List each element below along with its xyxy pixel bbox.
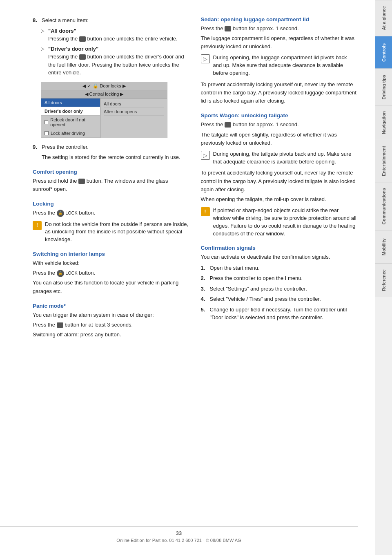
interior-lamps-text3: You can also use this function to locate… [33,279,189,295]
remote-icon-comfort [78,179,85,184]
conf-step-5: 5. Change to upper field if necessary. T… [201,306,357,322]
sidebar-tab-reference[interactable]: Reference [375,263,392,297]
sidebar-tab-entertainment[interactable]: Entertainment [375,140,392,182]
sidebar-tab-communications[interactable]: Communications [375,182,392,230]
door-option-lock-driving[interactable]: Lock after driving [41,129,100,138]
bullet-all-doors-text: Pressing the button once unlocks the ent… [48,36,178,42]
step-9-note: The setting is stored for the remote con… [42,153,189,161]
bullet-all-doors: ▷ "All doors" Pressing the button once u… [41,27,189,43]
conf-step-4: 4. Select "Vehicle / Tires" and press th… [201,295,357,303]
remote-icon-sports [225,122,231,128]
bullet-all-doors-content: "All doors" Pressing the button once unl… [48,27,178,43]
bullet-drivers-door-content: "Driver's door only" Pressing the button… [48,45,189,77]
sedan-note-text: During opening, the luggage compartment … [213,54,357,77]
door-locks-left-panel: All doors Driver's door only Relock door… [41,98,100,138]
sidebar-tab-at-a-glance[interactable]: At a glance [375,0,392,36]
lock-circle-icon2: 🔒 [57,270,64,277]
sedan-info-box: ▷ During opening, the luggage compartmen… [201,54,357,77]
step-8-number: 8. [33,16,42,25]
interior-lamps-text2: Press the 🔒 LOCK button. [33,269,189,277]
sports-wagon-note-text: During opening, the tailgate pivots back… [213,150,357,166]
door-locks-ui: ◀ ✓ 🔒 Door locks ▶ ◀ Central locking ▶ A… [41,82,167,138]
step-9-number: 9. [33,143,42,151]
door-option-driver-door[interactable]: Driver's door only [41,107,100,116]
sidebar: At a glance Controls Driving tips Naviga… [375,0,392,555]
page-number: 33 [0,530,358,536]
conf-step-1-num: 1. [201,264,210,272]
step-9: 9. Press the controller. [33,143,189,151]
bullet-drivers-door: ▷ "Driver's door only" Pressing the butt… [41,45,189,77]
bullet-drivers-door-label: "Driver's door only" [48,46,98,52]
panic-text1: You can trigger the alarm system in case… [33,311,189,319]
sports-wagon-warning-box: ! If pointed or sharp-edged objects coul… [201,207,357,237]
remote-icon-panic [57,322,63,328]
arrow-icon-1: ▷ [41,27,48,43]
panic-text3: Switching off alarm: press any button. [33,331,189,339]
conf-step-5-num: 5. [201,306,210,322]
door-option-all-doors[interactable]: All doors [41,98,100,107]
info-icon-sports-wagon: ▷ [201,151,210,160]
sports-wagon-heading: Sports Wagon: unlocking tailgate [201,112,357,119]
locking-warning-box: ! Do not lock the vehicle from the outsi… [33,221,189,244]
locking-text: Press the 🔒 LOCK button. [33,209,189,217]
door-locks-right-panel: All doors After door opens [100,98,167,138]
interior-lamps-text1: With vehicle locked: [33,259,189,267]
conf-step-4-num: 4. [201,295,210,303]
conf-step-5-text: Change to upper field if necessary. Turn… [210,306,357,322]
sedan-heading: Sedan: opening luggage compartment lid [201,16,357,22]
right-column: Sedan: opening luggage compartment lid P… [201,16,357,340]
page-footer: 33 Online Edition for Part no. 01 41 2 6… [0,526,358,543]
conf-step-3-num: 3. [201,285,210,293]
sedan-text1: Press the button for approx. 1 second. [201,25,357,33]
conf-step-2-num: 2. [201,274,210,282]
step-8-text: Select a menu item: [42,16,89,25]
conf-step-2: 2. Press the controller to open the i me… [201,274,357,282]
conf-step-3: 3. Select "Settings" and press the contr… [201,285,357,293]
step-8: 8. Select a menu item: [33,16,189,25]
locking-heading: Locking [33,201,189,207]
sidebar-tab-controls[interactable]: Controls [375,36,392,69]
sedan-text2: The luggage compartment lid opens, regar… [201,34,357,51]
conf-step-4-text: Select "Vehicle / Tires" and press the c… [210,295,321,303]
door-locks-subheader: ◀ Central locking ▶ [41,90,167,98]
sidebar-tab-mobility[interactable]: Mobility [375,231,392,263]
arrow-icon-2: ▷ [41,45,48,77]
copyright-text: Online Edition for Part no. 01 41 2 600 … [0,538,358,543]
door-option-relock[interactable]: Relock door if not opened [41,116,100,129]
bullet-drivers-door-text: Pressing the button once unlocks the dri… [48,54,184,76]
conf-step-1: 1. Open the start menu. [201,264,357,272]
sidebar-tab-navigation[interactable]: Navigation [375,105,392,140]
sports-wagon-text1: Press the button for approx. 1 second. [201,121,357,129]
checkbox-relock[interactable] [45,120,48,124]
step-9-text: Press the controller. [42,143,89,151]
remote-icon-driver [79,54,86,60]
conf-step-3-text: Select "Settings" and press the controll… [210,285,307,293]
sidebar-tab-driving-tips[interactable]: Driving tips [375,69,392,105]
sports-wagon-warning-text: If pointed or sharp-edged objects could … [213,207,357,237]
bullet-all-doors-label: "All doors" [48,28,76,34]
info-icon-sedan: ▷ [201,54,210,63]
sports-wagon-info-box: ▷ During opening, the tailgate pivots ba… [201,150,357,166]
comfort-opening-heading: Comfort opening [33,169,189,175]
remote-icon-all [79,36,86,42]
left-column: 8. Select a menu item: ▷ "All doors" Pre… [33,16,189,340]
sedan-text3: To prevent accidentally locking yourself… [201,81,357,105]
lock-circle-icon: 🔒 [57,210,64,217]
sports-wagon-text4: When opening the tailgate, the roll-up c… [201,195,357,204]
confirmation-signals-heading: Confirmation signals [201,245,357,251]
confirmation-text1: You can activate or deactivate the confi… [201,253,357,261]
interior-lamps-heading: Switching on interior lamps [33,251,189,257]
sports-wagon-text3: To prevent accidentally locking yourself… [201,169,357,193]
comfort-opening-text: Press and hold the button. The windows a… [33,177,189,193]
panic-text2: Press the button for at least 3 seconds. [33,321,189,329]
sports-wagon-text2: The tailgate will open slightly, regardl… [201,131,357,147]
checkbox-lock-driving[interactable] [45,131,49,135]
warning-icon-lock: ! [33,221,42,230]
conf-step-2-text: Press the controller to open the i menu. [210,274,303,282]
locking-warning-text: Do not lock the vehicle from the outside… [45,221,189,244]
door-locks-header: ◀ ✓ 🔒 Door locks ▶ [41,82,167,90]
door-right-after-door: After door opens [104,108,164,116]
door-locks-body: All doors Driver's door only Relock door… [41,98,167,138]
warning-icon-sports: ! [201,207,210,216]
door-right-all-doors: All doors [104,100,164,108]
